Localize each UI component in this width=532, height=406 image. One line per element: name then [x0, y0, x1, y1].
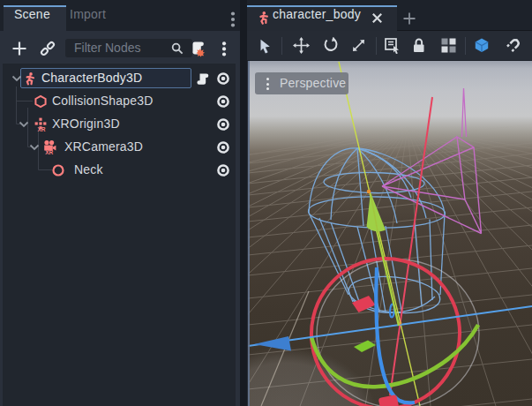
svg-text:XR: XR — [45, 149, 53, 154]
svg-text:XR: XR — [38, 126, 46, 132]
